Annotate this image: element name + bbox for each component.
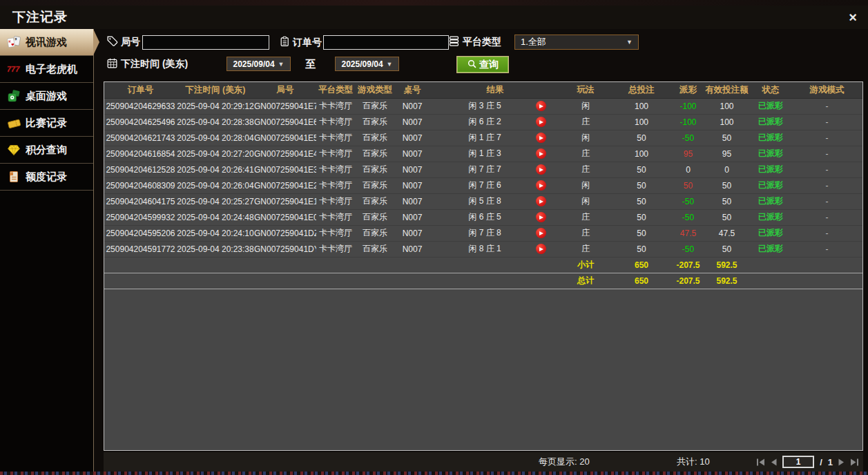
table-header-row: 订单号 下注时间 (美东) 局号 平台类型 游戏类型 桌号 结果 玩法 总投注 … xyxy=(104,82,862,98)
table-row: 2509042046041752025-09-04 20:25:27GN0072… xyxy=(104,193,862,209)
cell-valid-bet: 100 xyxy=(704,114,750,130)
sidebar-item-label: 桌面游戏 xyxy=(26,90,67,103)
sidebar-item-label: 比赛记录 xyxy=(26,117,67,130)
cell-bet-time: 2025-09-04 20:28:04 xyxy=(177,130,254,146)
cell-order-no: 250904204599932 xyxy=(104,209,177,225)
cell-total-bet: 100 xyxy=(610,98,673,114)
sidebar-item-points-inquiry[interactable]: 积分查询 xyxy=(0,137,93,164)
total-count-label: 共计: 10 xyxy=(677,456,710,468)
cell-round-no: GN007259041E6 xyxy=(254,114,316,130)
cell-game-mode: - xyxy=(791,114,862,130)
cell-order-no: 250904204608309 xyxy=(104,177,177,193)
tag-icon xyxy=(106,35,118,49)
replay-video-icon[interactable] xyxy=(536,212,546,222)
cell-bet-time: 2025-09-04 20:26:41 xyxy=(177,162,254,177)
cell-payout: -50 xyxy=(673,130,704,146)
query-button[interactable]: 查询 xyxy=(456,56,509,73)
replay-video-icon[interactable] xyxy=(536,228,546,238)
cell-round-no: GN007259041DY xyxy=(254,241,316,257)
cell-platform-type: 卡卡湾厅 xyxy=(316,225,355,241)
cell-game-mode: - xyxy=(791,209,862,225)
replay-video-icon[interactable] xyxy=(536,117,546,127)
col-game-type: 游戏类型 xyxy=(355,82,395,98)
col-game-mode: 游戏模式 xyxy=(791,82,862,98)
replay-video-icon[interactable] xyxy=(536,180,546,191)
cell-platform-type: 卡卡湾厅 xyxy=(316,114,355,130)
cell-payout: -50 xyxy=(673,209,704,225)
background-bead-road-strip xyxy=(0,472,868,475)
cell-platform-type: 卡卡湾厅 xyxy=(316,130,355,146)
cell-status: 已派彩 xyxy=(750,225,791,241)
cell-game-mode: - xyxy=(791,162,862,177)
cell-bet-time: 2025-09-04 20:25:27 xyxy=(177,193,254,209)
platform-type-select[interactable]: 1.全部 ▼ xyxy=(514,35,639,50)
cell-platform-type: 卡卡湾厅 xyxy=(316,98,355,114)
replay-video-icon[interactable] xyxy=(536,101,546,111)
grand-total-label: 总计 xyxy=(561,273,610,289)
cell-total-bet: 100 xyxy=(610,146,673,162)
result-text: 闲 7 庄 8 xyxy=(430,227,521,239)
next-page-icon[interactable] xyxy=(838,458,845,466)
cell-status: 已派彩 xyxy=(750,209,791,225)
cell-valid-bet: 47.5 xyxy=(704,225,750,241)
col-order-no: 订单号 xyxy=(104,82,177,98)
cell-round-no: GN007259041E4 xyxy=(254,146,316,162)
cell-payout: -50 xyxy=(673,193,704,209)
cell-total-bet: 50 xyxy=(610,130,673,146)
table-row: 2509042046168542025-09-04 20:27:20GN0072… xyxy=(104,146,862,162)
cell-platform-type: 卡卡湾厅 xyxy=(316,241,355,257)
order-no-input[interactable] xyxy=(323,35,449,50)
result-text: 闲 7 庄 6 xyxy=(430,180,521,191)
replay-video-icon[interactable] xyxy=(536,196,546,206)
result-text: 闲 3 庄 5 xyxy=(430,100,521,112)
close-icon[interactable]: × xyxy=(849,10,857,24)
replay-video-icon[interactable] xyxy=(536,164,546,175)
cell-game-type: 百家乐 xyxy=(355,209,395,225)
cell-play: 庄 xyxy=(561,114,610,130)
sidebar-item-slots[interactable]: 777 电子老虎机 xyxy=(0,56,93,83)
cell-table-no: N007 xyxy=(395,162,430,177)
background-top-strip xyxy=(0,0,868,6)
date-to-picker[interactable]: 2025/09/04 ▼ xyxy=(335,57,399,71)
cell-order-no: 250904204621743 xyxy=(104,130,177,146)
cell-round-no: GN007259041E0 xyxy=(254,209,316,225)
cell-valid-bet: 50 xyxy=(704,209,750,225)
sidebar-item-live-games[interactable]: 9 K 视讯游戏 xyxy=(0,29,93,56)
page-number-input[interactable]: 1 xyxy=(782,456,814,468)
sidebar-item-match-records[interactable]: 比赛记录 xyxy=(0,110,93,137)
cell-round-no: GN007259041E1 xyxy=(254,193,316,209)
cell-result: 闲 7 庄 8 xyxy=(430,225,561,241)
cell-total-bet: 50 xyxy=(610,162,673,177)
subtotal-label: 小计 xyxy=(561,257,610,273)
cell-game-mode: - xyxy=(791,177,862,193)
cell-platform-type: 卡卡湾厅 xyxy=(316,177,355,193)
first-page-icon[interactable] xyxy=(756,458,765,466)
chevron-down-icon: ▼ xyxy=(387,61,393,68)
total-pages-label: 1 xyxy=(828,457,833,467)
result-text: 闲 1 庄 3 xyxy=(430,148,521,159)
prev-page-icon[interactable] xyxy=(771,458,777,466)
query-button-label: 查询 xyxy=(479,59,499,71)
gem-icon xyxy=(6,143,22,157)
records-table-panel: 订单号 下注时间 (美东) 局号 平台类型 游戏类型 桌号 结果 玩法 总投注 … xyxy=(104,81,863,451)
cell-payout: 50 xyxy=(673,177,704,193)
table-body: 2509042046296332025-09-04 20:29:12GN0072… xyxy=(104,98,862,257)
replay-video-icon[interactable] xyxy=(536,133,546,143)
page-divider: / xyxy=(820,457,822,467)
replay-video-icon[interactable] xyxy=(536,148,546,159)
cell-game-mode: - xyxy=(791,193,862,209)
dialog-title: 下注记录 xyxy=(12,8,68,26)
round-no-input[interactable] xyxy=(142,35,269,50)
cell-result: 闲 3 庄 5 xyxy=(430,98,561,114)
cell-round-no: GN007259041E7 xyxy=(254,98,316,114)
replay-video-icon[interactable] xyxy=(536,244,546,254)
result-text: 闲 1 庄 7 xyxy=(430,132,521,144)
cell-bet-time: 2025-09-04 20:24:10 xyxy=(177,225,254,241)
sidebar-item-quota-records[interactable]: 额度记录 xyxy=(0,164,93,191)
last-page-icon[interactable] xyxy=(850,458,859,466)
date-from-value: 2025/09/04 xyxy=(233,59,275,69)
sidebar-item-label: 视讯游戏 xyxy=(26,36,67,49)
cell-play: 闲 xyxy=(561,177,610,193)
sidebar-item-table-games[interactable]: 桌面游戏 xyxy=(0,83,93,110)
date-from-picker[interactable]: 2025/09/04 ▼ xyxy=(226,57,291,71)
